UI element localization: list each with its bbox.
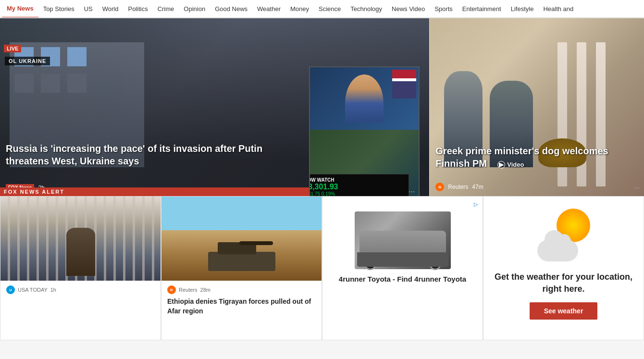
hero-right-time: 47m — [472, 184, 483, 190]
nav-item-lifestyle[interactable]: Lifestyle — [506, 0, 539, 18]
toyota-image — [355, 211, 451, 269]
person-avatar — [345, 74, 384, 123]
nav-item-technology[interactable]: Technology — [346, 0, 387, 18]
nav-item-opinion[interactable]: Opinion — [179, 0, 210, 18]
card-2-source: Reuters — [179, 287, 198, 293]
dow-ticker: DOW WATCH 33,301.93 + 61.75 0.19% — [309, 174, 409, 196]
card-2[interactable]: R Reuters 28m Ethiopia denies Tigrayan f… — [161, 196, 322, 340]
nav-item-news-video[interactable]: News Video — [387, 0, 430, 18]
hero-grid: LIVE OL UKRAINE DOW WATCH 33,301.93 + 61… — [0, 18, 644, 196]
card-1-meta: U USA TODAY 1h — [6, 285, 155, 294]
nav-item-us[interactable]: US — [79, 0, 98, 18]
nav-item-crime[interactable]: Crime — [153, 0, 179, 18]
nav-item-money[interactable]: Money — [285, 0, 314, 18]
inset-video-thumb[interactable]: DOW WATCH 33,301.93 + 61.75 0.19% ··· — [309, 66, 420, 196]
bottom-cards-grid: U USA TODAY 1h R Reuters 28m Ethiopia de… — [0, 196, 644, 340]
fox-alert-banner: FOX NEWS ALERT — [0, 187, 309, 196]
hero-right-source: Reuters — [448, 184, 468, 190]
card-2-body: R Reuters 28m Ethiopia denies Tigrayan f… — [161, 281, 322, 321]
weather-button[interactable]: See weather — [530, 302, 598, 320]
hero-right-meta: R Reuters 47m — [435, 183, 483, 191]
weather-icon-wrap — [535, 206, 593, 264]
card-3-title: 4runner Toyota - Find 4runner Toyota — [339, 275, 466, 283]
nav-item-entertainment[interactable]: Entertainment — [458, 0, 506, 18]
nav-item-sports[interactable]: Sports — [430, 0, 458, 18]
usatoday-icon: U — [6, 285, 15, 294]
card-2-time: 28m — [200, 287, 211, 293]
hero-right-text: Greek prime minister's dog welcomes Finn… — [435, 145, 630, 170]
live-badge: LIVE — [4, 45, 21, 52]
hero-left-text: Russia is 'increasing the pace' of its i… — [6, 142, 304, 167]
inset-person — [310, 67, 419, 130]
tank-decoration — [208, 252, 275, 271]
nav-item-politics[interactable]: Politics — [123, 0, 152, 18]
hero-right-dots-menu[interactable]: ··· — [634, 184, 640, 192]
card-2-title: Ethiopia denies Tigrayan forces pulled o… — [167, 297, 316, 316]
nav-item-science[interactable]: Science — [314, 0, 346, 18]
card-4-weather: Get the weather for your location, right… — [483, 196, 644, 340]
ad-indicator: ▷ — [474, 201, 478, 208]
nav-item-good-news[interactable]: Good News — [210, 0, 252, 18]
video-label: Video — [507, 161, 524, 169]
hero-left: LIVE OL UKRAINE DOW WATCH 33,301.93 + 61… — [0, 18, 429, 196]
card-1-source: USA TODAY — [18, 287, 48, 293]
nav-item-health-and[interactable]: Health and — [538, 0, 578, 18]
navigation-bar: My NewsTop StoriesUSWorldPoliticsCrimeOp… — [0, 0, 644, 18]
person-cage-decoration — [66, 228, 95, 276]
wheel-left — [364, 258, 376, 270]
hero-left-headline: Russia is 'increasing the pace' of its i… — [6, 142, 304, 167]
card-1-time: 1h — [50, 287, 56, 293]
reuters-icon-2: R — [167, 285, 176, 294]
card-2-image — [161, 197, 322, 281]
nav-item-my-news[interactable]: My News — [2, 0, 38, 18]
weather-text: Get the weather for your location, right… — [491, 271, 636, 295]
hero-right: Greek prime minister's dog welcomes Finn… — [429, 18, 644, 196]
card-1[interactable]: U USA TODAY 1h — [0, 196, 161, 340]
ukraine-badge: OL UKRAINE — [5, 57, 50, 65]
nav-item-weather[interactable]: Weather — [252, 0, 285, 18]
reuters-icon: R — [435, 183, 444, 191]
nav-item-top-stories[interactable]: Top Stories — [38, 0, 79, 18]
card-3-ad: ▷ 4runner Toyota - Find 4runner Toyota — [322, 196, 483, 340]
nav-item-world[interactable]: World — [98, 0, 124, 18]
inset-dots-menu[interactable]: ··· — [409, 187, 415, 196]
card-1-body: U USA TODAY 1h — [0, 281, 161, 302]
cloud-icon — [537, 240, 578, 261]
play-icon: ▶ — [497, 161, 505, 169]
dow-change: + 61.75 0.19% — [309, 191, 404, 196]
flag-decoration — [392, 70, 416, 99]
wheel-right — [429, 258, 441, 270]
dow-value: 33,301.93 — [309, 183, 404, 191]
card-1-image — [0, 197, 161, 281]
card-2-meta: R Reuters 28m — [167, 285, 316, 294]
hero-right-headline: Greek prime minister's dog welcomes Finn… — [435, 145, 630, 170]
dow-label: DOW WATCH — [309, 177, 404, 183]
video-badge: ▶ Video — [497, 161, 524, 169]
